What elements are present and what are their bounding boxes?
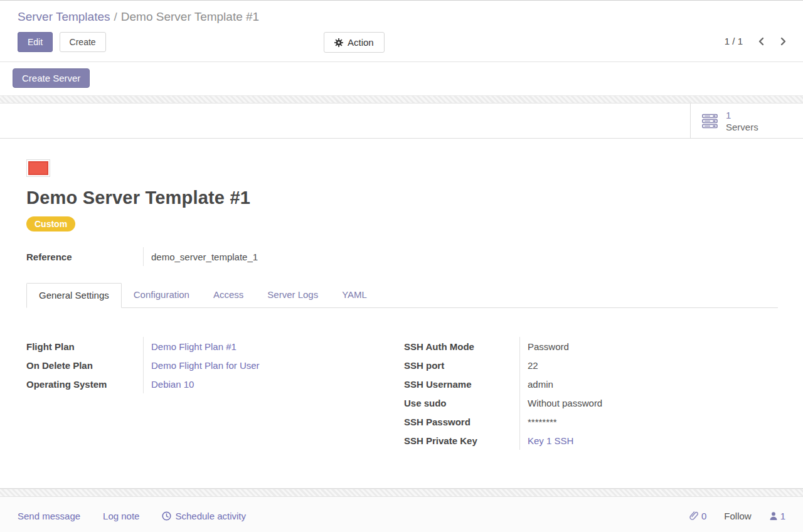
field-label-ssh-password: SSH Password <box>404 412 519 431</box>
field-label-operating-system: Operating System <box>26 375 143 393</box>
servers-icon <box>702 114 718 129</box>
breadcrumb-server-templates[interactable]: Server Templates <box>18 10 110 23</box>
log-note-button[interactable]: Log note <box>103 511 139 521</box>
server-template-form-view: Server Templates/Demo Server Template #1… <box>0 0 803 532</box>
field-group-left: Flight Plan Demo Flight Plan #1 On Delet… <box>26 337 404 450</box>
notebook-tabs: General Settings Configuration Access Se… <box>26 283 778 308</box>
divider-hatch-top <box>0 95 803 104</box>
field-value-use-sudo: Without password <box>519 393 778 412</box>
field-label-on-delete-plan: On Delete Plan <box>26 356 143 375</box>
field-label-ssh-private-key: SSH Private Key <box>404 431 519 450</box>
control-panel: Edit Create Action 1 / 1 <box>0 26 803 62</box>
reference-label: Reference <box>26 247 143 266</box>
divider-hatch-bottom <box>0 489 803 497</box>
servers-label: Servers <box>726 121 758 133</box>
chatter: Send message Log note Schedule activity <box>0 497 803 532</box>
schedule-activity-label: Schedule activity <box>175 511 246 521</box>
field-label-ssh-port: SSH port <box>404 356 519 375</box>
field-value-flight-plan[interactable]: Demo Flight Plan #1 <box>151 341 237 352</box>
field-label-use-sudo: Use sudo <box>404 393 519 412</box>
field-value-ssh-username: admin <box>519 375 778 393</box>
action-dropdown-button[interactable]: Action <box>324 32 385 53</box>
breadcrumb-current: Demo Server Template #1 <box>121 10 259 23</box>
field-label-ssh-username: SSH Username <box>404 375 519 393</box>
breadcrumb: Server Templates/Demo Server Template #1 <box>0 1 803 26</box>
template-image[interactable] <box>26 159 50 177</box>
servers-stat-button[interactable]: 1 Servers <box>690 104 803 138</box>
stat-button-row: 1 Servers <box>0 104 803 139</box>
field-value-on-delete-plan[interactable]: Demo Flight Plan for User <box>151 360 260 371</box>
edit-button[interactable]: Edit <box>18 32 53 52</box>
tab-general-settings[interactable]: General Settings <box>26 283 122 308</box>
custom-badge: Custom <box>26 216 75 231</box>
field-value-operating-system[interactable]: Debian 10 <box>151 379 194 390</box>
field-label-flight-plan: Flight Plan <box>26 337 143 356</box>
reference-value: demo_server_template_1 <box>143 247 778 266</box>
tab-yaml[interactable]: YAML <box>330 283 379 307</box>
pager: 1 / 1 <box>725 36 787 46</box>
create-button[interactable]: Create <box>60 32 106 52</box>
tab-access[interactable]: Access <box>201 283 255 307</box>
template-image-fill <box>28 161 48 175</box>
breadcrumb-separator: / <box>110 10 121 23</box>
chevron-left-icon[interactable] <box>758 37 765 46</box>
attachments-count: 0 <box>701 511 706 521</box>
page-title: Demo Server Template #1 <box>26 188 778 208</box>
field-value-ssh-port: 22 <box>519 356 778 375</box>
chevron-right-icon[interactable] <box>780 37 787 46</box>
servers-count: 1 <box>726 109 758 121</box>
tab-server-logs[interactable]: Server Logs <box>255 283 330 307</box>
clock-icon <box>162 511 171 521</box>
action-label: Action <box>348 37 374 48</box>
attachments-button[interactable]: 0 <box>689 511 706 521</box>
followers-button[interactable]: 1 <box>769 511 785 521</box>
tab-configuration[interactable]: Configuration <box>122 283 201 307</box>
create-server-button[interactable]: Create Server <box>13 68 90 88</box>
sheet-body: Demo Server Template #1 Custom Reference… <box>0 139 803 450</box>
field-value-ssh-password: ******** <box>519 412 778 431</box>
field-label-ssh-auth-mode: SSH Auth Mode <box>404 337 519 356</box>
object-buttons-row: Create Server <box>0 62 803 95</box>
general-settings-panel: Flight Plan Demo Flight Plan #1 On Delet… <box>26 337 778 450</box>
person-icon <box>769 511 778 521</box>
followers-count: 1 <box>780 511 785 521</box>
gear-icon <box>334 38 343 47</box>
send-message-button[interactable]: Send message <box>18 511 80 521</box>
pager-value: 1 / 1 <box>725 36 743 46</box>
field-value-ssh-private-key[interactable]: Key 1 SSH <box>528 435 573 446</box>
schedule-activity-button[interactable]: Schedule activity <box>162 511 246 521</box>
field-group-right: SSH Auth Mode Password SSH port 22 SSH U… <box>404 337 778 450</box>
reference-field-row: Reference demo_server_template_1 <box>26 247 778 266</box>
follow-button[interactable]: Follow <box>724 511 751 521</box>
paperclip-icon <box>689 511 699 521</box>
field-value-ssh-auth-mode: Password <box>519 337 778 356</box>
form-sheet: 1 Servers Demo Server Template #1 Custom… <box>0 104 803 489</box>
